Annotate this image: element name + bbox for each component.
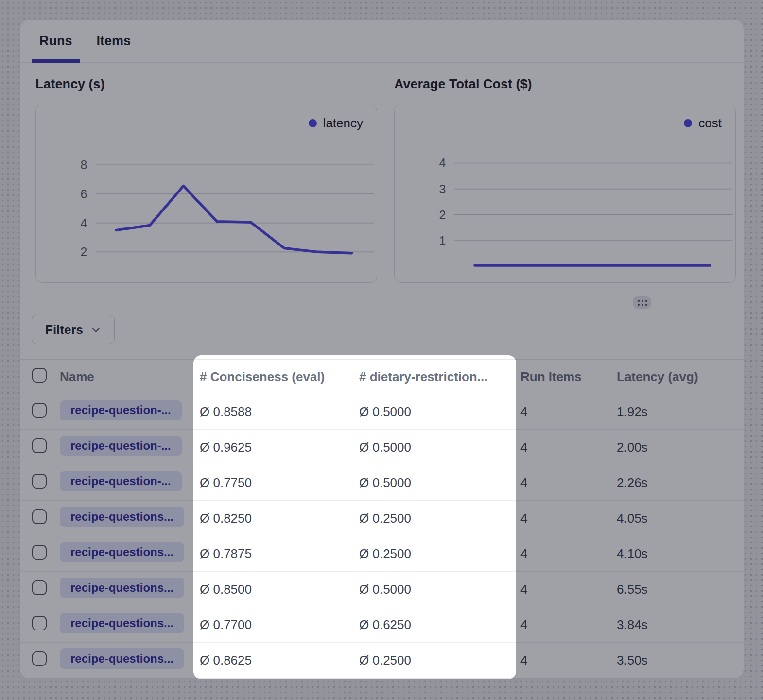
conciseness-value: Ø 0.7875 [200,546,359,561]
run-items-value: 4 [520,546,617,561]
row-checkbox[interactable] [32,474,47,489]
table-row[interactable]: recipe-questions...Ø 0.7875Ø 0.250044.10… [20,536,744,572]
run-name-badge[interactable]: recipe-question-... [60,436,182,456]
table-row[interactable]: recipe-question-...Ø 0.8588Ø 0.500041.92… [20,394,744,430]
column-header-name: Name [60,369,200,385]
latency-legend-dot [309,119,317,127]
tab-runs[interactable]: Runs [32,20,80,62]
charts-section: Latency (s) 2468 latency Average Total C… [20,63,744,302]
column-header-run-items: Run Items [520,369,617,385]
run-items-value: 4 [520,653,617,668]
dietary-restriction-value: Ø 0.6250 [359,617,520,632]
run-name-badge[interactable]: recipe-questions... [60,648,184,669]
row-checkbox[interactable] [32,580,47,595]
cost-chart: 1234 cost [394,105,736,283]
cost-legend: cost [684,116,722,131]
table-row[interactable]: recipe-questions...Ø 0.8625Ø 0.250043.50… [20,643,744,678]
latency-avg-value: 1.92s [617,404,744,420]
latency-avg-value: 6.55s [617,582,744,597]
table-header-row: Name # Conciseness (eval) # dietary-rest… [20,359,744,394]
cost-chart-title: Average Total Cost ($) [394,75,736,93]
conciseness-value: Ø 0.8250 [200,511,359,526]
dietary-restriction-value: Ø 0.5000 [359,475,520,490]
cost-legend-dot [684,119,692,127]
column-header-conciseness: # Conciseness (eval) [200,369,359,385]
svg-text:2: 2 [81,245,87,259]
run-name-badge[interactable]: recipe-questions... [60,507,184,527]
latency-avg-value: 4.10s [617,546,744,561]
svg-text:4: 4 [81,216,87,230]
latency-avg-value: 4.05s [617,511,744,526]
run-items-value: 4 [520,404,617,420]
conciseness-value: Ø 0.7700 [200,617,359,632]
dietary-restriction-value: Ø 0.5000 [359,582,520,597]
table-row[interactable]: recipe-question-...Ø 0.9625Ø 0.500042.00… [20,430,744,465]
row-checkbox[interactable] [32,616,47,630]
chevron-down-icon [90,324,101,335]
run-items-value: 4 [520,511,617,526]
run-name-badge[interactable]: recipe-questions... [60,613,184,633]
run-items-value: 4 [520,475,617,490]
tab-runs-label: Runs [39,34,72,49]
row-checkbox[interactable] [32,545,47,560]
latency-legend: latency [309,116,363,131]
conciseness-value: Ø 0.9625 [200,440,359,455]
table-row[interactable]: recipe-questions...Ø 0.8500Ø 0.500046.55… [20,572,744,607]
charts-table-divider [20,302,744,302]
page-background: Runs Items Latency (s) 2468 latency [0,0,763,700]
filters-button-label: Filters [45,322,83,337]
filters-button[interactable]: Filters [32,315,115,344]
run-name-badge[interactable]: recipe-questions... [60,542,184,562]
dietary-restriction-value: Ø 0.2500 [359,546,520,561]
cost-legend-label: cost [698,116,722,131]
run-items-value: 4 [520,617,617,632]
run-name-badge[interactable]: recipe-question-... [60,471,182,491]
row-checkbox[interactable] [32,403,47,418]
table-row[interactable]: recipe-questions...Ø 0.7700Ø 0.625043.84… [20,607,744,643]
table-row[interactable]: recipe-question-...Ø 0.7750Ø 0.500042.26… [20,465,744,501]
run-name-badge[interactable]: recipe-questions... [60,578,184,598]
dietary-restriction-value: Ø 0.2500 [359,511,520,526]
latency-line-plot: 2468 [36,105,377,282]
runs-panel: Runs Items Latency (s) 2468 latency [19,19,744,679]
run-items-value: 4 [520,440,617,455]
runs-table: Name # Conciseness (eval) # dietary-rest… [20,359,744,678]
run-name-badge[interactable]: recipe-question-... [60,400,182,420]
row-checkbox[interactable] [32,651,47,666]
svg-text:3: 3 [439,182,446,196]
active-tab-underline [32,59,80,63]
dietary-restriction-value: Ø 0.5000 [359,404,520,420]
tab-bar: Runs Items [20,20,744,63]
svg-text:6: 6 [81,187,87,201]
conciseness-value: Ø 0.8588 [200,404,359,420]
tab-items-label: Items [97,34,131,49]
row-checkbox[interactable] [32,509,47,524]
select-all-checkbox[interactable] [32,368,47,383]
tab-items[interactable]: Items [89,20,139,62]
table-body: recipe-question-...Ø 0.8588Ø 0.500041.92… [20,394,744,678]
latency-legend-label: latency [323,116,363,131]
latency-chart-title: Latency (s) [35,75,377,93]
conciseness-value: Ø 0.8500 [200,582,359,597]
row-checkbox[interactable] [32,438,47,453]
svg-text:1: 1 [439,234,446,247]
latency-chart: 2468 latency [35,105,377,283]
conciseness-value: Ø 0.7750 [200,475,359,490]
svg-text:2: 2 [439,208,446,222]
latency-avg-value: 3.50s [617,653,744,668]
run-items-value: 4 [520,582,617,597]
table-row[interactable]: recipe-questions...Ø 0.8250Ø 0.250044.05… [20,501,744,536]
latency-chart-block: Latency (s) 2468 latency [35,63,377,283]
svg-text:4: 4 [439,156,446,170]
cost-line-plot: 1234 [395,105,735,282]
conciseness-value: Ø 0.8625 [200,653,359,668]
svg-text:8: 8 [81,158,87,172]
filters-row: Filters [20,302,744,344]
dietary-restriction-value: Ø 0.5000 [359,440,520,455]
column-header-dietary-restriction: # dietary-restriction... [359,369,520,385]
latency-avg-value: 2.00s [617,440,744,455]
cost-chart-block: Average Total Cost ($) 1234 cost [394,63,736,283]
resize-drag-handle-icon[interactable] [633,296,651,309]
dietary-restriction-value: Ø 0.2500 [359,653,520,668]
latency-avg-value: 3.84s [617,617,744,632]
